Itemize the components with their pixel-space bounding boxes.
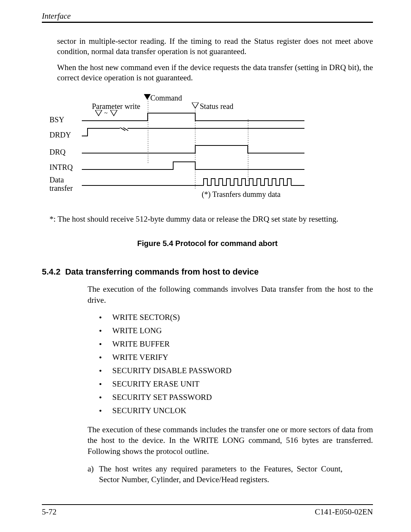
signal-label-intrq: INTRQ [49,163,80,172]
signal-label-bsy: BSY [49,115,80,124]
command-arrow-icon [144,94,151,100]
intro-p2: When the host new command even if the de… [57,62,373,83]
list-item: SECURITY ERASE UNIT [99,377,373,391]
page-footer: 5-72 C141-E050-02EN [42,504,373,517]
svg-marker-0 [144,94,151,100]
header-title: Interface [42,11,71,21]
label-status-read: Status read [200,102,233,111]
diagram-note-star: (*) Trasnfers dummy data [202,190,280,199]
list-item: SECURITY UNCLOK [99,404,373,417]
lettered-label-a: a) [88,463,99,474]
figure-caption: Figure 5.4 Protocol for command abort [42,239,373,248]
intro-p1: sector in multiple-sector reading. If th… [57,36,373,57]
section-number: 5.4.2 [42,267,61,276]
page: Interface sector in multiple-sector read… [0,0,411,532]
footnote: *: The host should receive 512-byte dumm… [49,214,373,224]
footer-doc-id: C141-E050-02EN [315,507,373,517]
lettered-text-a: The host writes any required parameters … [99,463,342,485]
body-paragraph-2: The execution of these commands includes… [88,424,373,457]
list-item: WRITE SECTOR(S) [99,311,373,324]
lettered-item-a: a)The host writes any required parameter… [88,463,373,485]
timing-diagram: Parameter write Command Status read ~ BS… [49,93,316,205]
signal-drq-waveform [82,145,306,156]
signal-label-drq: DRQ [49,148,80,157]
signal-intrq-waveform [82,161,306,173]
intro-block: sector in multiple-sector reading. If th… [57,36,373,83]
list-item: SECURITY SET PASSWORD [99,391,373,404]
list-item: WRITE VERIFY [99,351,373,364]
body-paragraph-1: The execution of the following commands … [88,284,373,305]
list-item: WRITE LONG [99,324,373,337]
list-item: SECURITY DISABLE PASSWORD [99,364,373,377]
signal-label-drdy: DRDY [49,131,80,139]
signal-drdy-waveform [82,128,306,139]
label-parameter-write: Parameter write [88,102,145,111]
list-item: WRITE BUFFER [99,337,373,351]
page-header: Interface [42,11,373,23]
signal-data-transfer-waveform [82,177,306,189]
section-title: Data transferring commands from host to … [65,267,259,276]
footer-page-number: 5-72 [42,507,57,517]
signal-bsy-waveform [82,112,306,124]
svg-marker-4 [192,102,199,108]
section-heading: 5.4.2 Data transferring commands from ho… [42,267,373,277]
command-list: WRITE SECTOR(S) WRITE LONG WRITE BUFFER … [99,311,373,417]
label-command: Command [150,94,182,102]
signal-label-data-transfer: Data transfer [49,176,80,192]
